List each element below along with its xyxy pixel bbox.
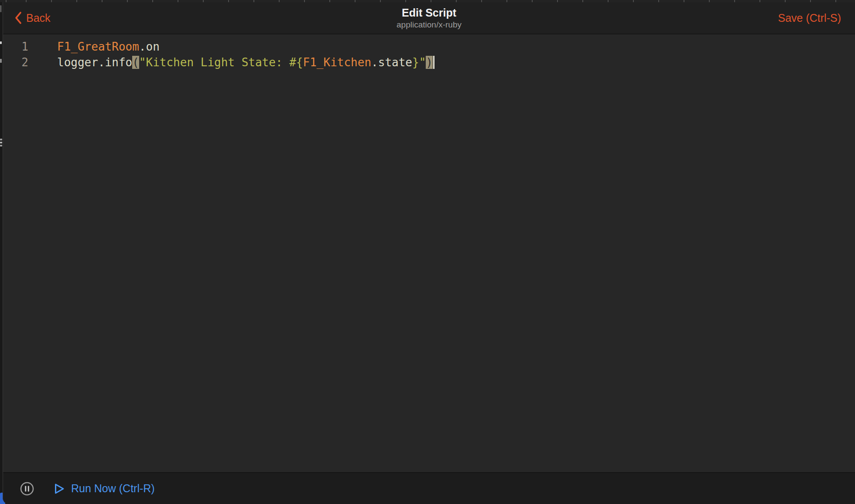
run-bar: Run Now (Ctrl-R) [3,472,855,504]
pause-button[interactable] [19,481,35,497]
background-left-edge-mark [0,5,1,12]
background-left-edge-mark [0,41,2,44]
code-token: .state [371,56,412,69]
code-token: F1_Kitchen [303,56,372,69]
code-token: "Kitchen Light State: [139,56,289,69]
text-cursor [433,56,434,69]
save-button-label: Save (Ctrl-S) [778,12,841,24]
line-number: 1 [3,39,28,54]
code-token: ( [132,56,139,69]
background-left-edge-mark [0,145,2,146]
play-outline-icon [52,482,65,495]
background-left-edge-mark [0,142,2,143]
page-subtitle: application/x-ruby [397,20,462,30]
code-content: F1_GreatRoom.onlogger.info("Kitchen Ligh… [32,39,855,472]
code-line: F1_GreatRoom.on [57,39,855,54]
code-line: logger.info("Kitchen Light State: #{F1_K… [57,54,855,70]
chevron-left-icon [14,11,22,24]
save-button[interactable]: Save (Ctrl-S) [778,2,841,34]
line-number-gutter: 12 [3,39,32,472]
code-token: logger.info [57,56,132,69]
edit-script-panel: Back Edit Script application/x-ruby Save… [3,2,855,504]
code-editor[interactable]: 12 F1_GreatRoom.onlogger.info("Kitchen L… [3,34,855,472]
back-button-label: Back [26,12,51,24]
header: Back Edit Script application/x-ruby Save… [3,2,855,34]
code-token: F1_GreatRoom [57,40,139,53]
background-left-edge-mark [0,139,2,140]
background-left-edge-mark [0,59,2,63]
back-button[interactable]: Back [14,2,51,34]
code-token: #{ [289,56,303,69]
run-now-label: Run Now (Ctrl-R) [71,482,155,495]
line-number: 2 [3,54,28,70]
code-token: ) [426,56,433,69]
code-token: }" [412,56,426,69]
header-titles: Edit Script application/x-ruby [397,2,462,34]
run-now-button[interactable]: Run Now (Ctrl-R) [52,482,155,495]
code-token: .on [139,40,160,53]
pause-circle-icon [19,481,35,497]
page-title: Edit Script [402,6,456,19]
